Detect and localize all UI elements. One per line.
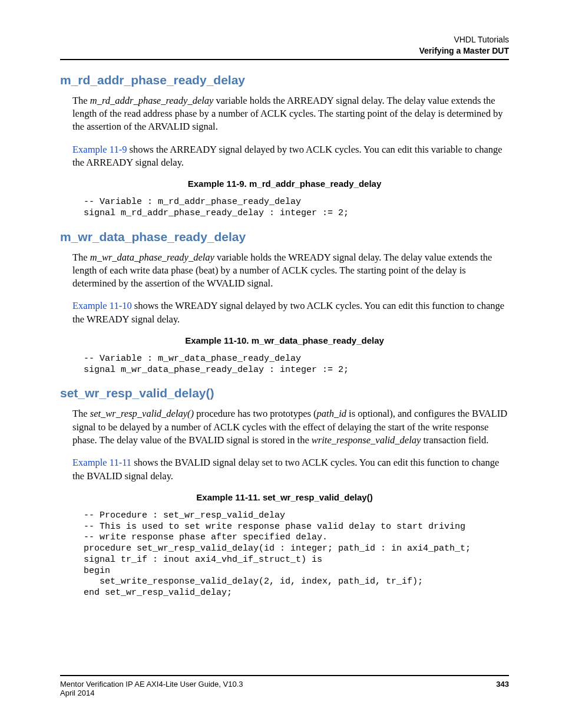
- code-block: -- Variable : m_wr_data_phase_ready_dela…: [84, 354, 509, 376]
- footer-rule: [60, 675, 509, 676]
- example-link[interactable]: Example 11-11: [72, 457, 131, 468]
- code-block: -- Variable : m_rd_addr_phase_ready_dela…: [84, 197, 509, 219]
- section-heading: m_rd_addr_phase_ready_delay: [60, 73, 509, 87]
- code-block: -- Procedure : set_wr_resp_valid_delay -…: [84, 510, 509, 599]
- paragraph: The set_wr_resp_valid_delay() procedure …: [72, 407, 509, 447]
- example-link[interactable]: Example 11-10: [72, 300, 132, 311]
- paragraph: The m_rd_addr_phase_ready_delay variable…: [72, 94, 509, 134]
- example-title: Example 11-9. m_rd_addr_phase_ready_dela…: [60, 179, 509, 189]
- footer-date: April 2014: [60, 689, 509, 697]
- paragraph: Example 11-10 shows the WREADY signal de…: [72, 299, 509, 326]
- footer-guide-name: Mentor Verification IP AE AXI4-Lite User…: [60, 680, 243, 689]
- paragraph: The m_wr_data_phase_ready_delay variable…: [72, 251, 509, 291]
- example-title: Example 11-11. set_wr_resp_valid_delay(): [60, 492, 509, 502]
- example-link[interactable]: Example 11-9: [72, 144, 127, 155]
- paragraph: Example 11-11 shows the BVALID signal de…: [72, 456, 509, 483]
- header-rule: [60, 59, 509, 60]
- paragraph: Example 11-9 shows the ARREADY signal de…: [72, 143, 509, 170]
- header-section-name: Verifying a Master DUT: [60, 45, 509, 57]
- header-tutorial-name: VHDL Tutorials: [60, 34, 509, 45]
- example-title: Example 11-10. m_wr_data_phase_ready_del…: [60, 335, 509, 345]
- page-footer: Mentor Verification IP AE AXI4-Lite User…: [60, 675, 509, 697]
- section-heading: set_wr_resp_valid_delay(): [60, 386, 509, 400]
- page-header: VHDL Tutorials Verifying a Master DUT: [60, 34, 509, 57]
- section-heading: m_wr_data_phase_ready_delay: [60, 230, 509, 244]
- page-number: 343: [496, 680, 509, 689]
